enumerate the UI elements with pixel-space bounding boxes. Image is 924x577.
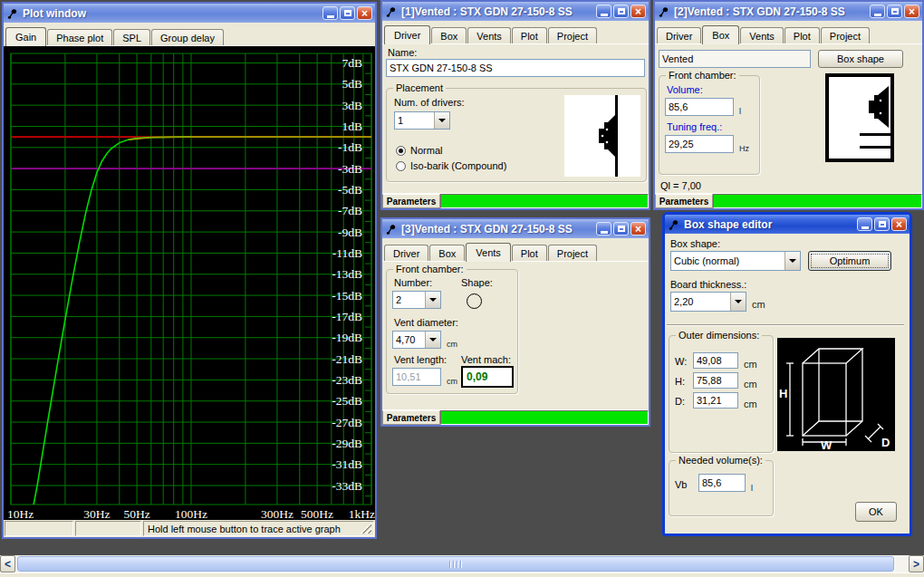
maximize-button[interactable] — [887, 5, 902, 18]
svg-text:-17dB: -17dB — [332, 310, 362, 323]
tab-vents[interactable]: Vents — [740, 27, 784, 43]
parameters-progress — [713, 194, 922, 208]
tab-plot[interactable]: Plot — [512, 27, 547, 43]
vent-mach-input[interactable] — [461, 366, 514, 388]
close-button[interactable]: × — [630, 222, 646, 236]
minimize-button[interactable] — [322, 6, 338, 20]
svg-text:-1dB: -1dB — [338, 140, 362, 154]
box-editor-title: Box shape editor — [684, 218, 857, 231]
tab-project[interactable]: Project — [548, 245, 597, 261]
width-input[interactable] — [693, 352, 738, 369]
parameters-tab[interactable]: Parameters — [382, 410, 440, 425]
box-shape-button[interactable]: Box shape — [818, 50, 903, 68]
horizontal-scrollbar[interactable]: < > — [0, 555, 924, 572]
window2-tab-bar: DriverBoxVentsPlotProject — [655, 21, 922, 44]
height-input[interactable] — [693, 372, 738, 389]
svg-text:D: D — [881, 436, 890, 449]
dropdown-arrow-icon[interactable] — [730, 293, 746, 311]
vent-shape-label: Shape: — [461, 277, 493, 288]
minimize-button[interactable] — [596, 5, 611, 18]
vent-length-input[interactable] — [392, 368, 441, 386]
vent-mach-label: Vent mach: — [461, 354, 511, 365]
window2-titlebar[interactable]: [2]Vented : STX GDN 27-150-8 SS × — [655, 2, 922, 21]
radio-normal[interactable]: Normal — [396, 145, 442, 156]
ql-value: Ql = 7,00 — [660, 180, 701, 191]
tab-project[interactable]: Project — [548, 27, 597, 43]
maximize-button[interactable] — [613, 5, 629, 18]
parameters-tab[interactable]: Parameters — [655, 194, 713, 208]
num-drivers-combo[interactable]: 1 — [394, 111, 450, 130]
gain-plot[interactable]: 7dB5dB3dB1dB-1dB-3dB-5dB-7dB-9dB-11dB-13… — [4, 46, 375, 520]
tab-project[interactable]: Project — [821, 27, 870, 43]
box-window-2: [2]Vented : STX GDN 27-150-8 SS × Driver… — [653, 0, 924, 210]
front-chamber-groupbox: Front chamber: Number: 2 Shape: Vent dia… — [386, 269, 518, 394]
window3-titlebar[interactable]: [3]Vented : STX GDN 27-150-8 SS × — [382, 219, 649, 238]
vb-input[interactable] — [698, 474, 746, 492]
tuning-freq-input[interactable] — [665, 135, 734, 153]
maximize-button[interactable] — [613, 222, 629, 236]
scroll-right-arrow[interactable]: > — [909, 555, 924, 572]
parameters-row: Parameters — [382, 193, 649, 208]
board-thickness-combo[interactable]: 2,20 — [670, 292, 746, 312]
dropdown-arrow-icon[interactable] — [425, 332, 440, 348]
minimize-button[interactable] — [857, 217, 872, 231]
tab-vents[interactable]: Vents — [467, 27, 511, 43]
vents-window-3: [3]Vented : STX GDN 27-150-8 SS × Driver… — [380, 217, 650, 427]
dropdown-arrow-icon[interactable] — [784, 252, 800, 270]
window1-titlebar[interactable]: [1]Vented : STX GDN 27-150-8 SS × — [382, 2, 649, 21]
tab-spl[interactable]: SPL — [113, 29, 150, 45]
driver-name-input[interactable] — [386, 59, 645, 77]
driver-placement-diagram — [564, 95, 640, 177]
tab-driver[interactable]: Driver — [384, 245, 428, 261]
close-button[interactable]: × — [904, 5, 919, 18]
tuning-freq-unit: Hz — [739, 144, 749, 153]
scrollbar-thumb[interactable] — [17, 556, 894, 572]
tab-phase-plot[interactable]: Phase plot — [47, 29, 112, 45]
box-shape-combo[interactable]: Cubic (normal) — [670, 251, 801, 271]
maximize-button[interactable] — [340, 6, 355, 20]
needed-volumes-legend: Needed volume(s): — [676, 455, 765, 466]
vent-number-combo[interactable]: 2 — [392, 291, 441, 309]
close-button[interactable]: × — [891, 217, 907, 231]
tab-group-delay[interactable]: Group delay — [151, 29, 224, 45]
round-vent-shape-icon[interactable] — [467, 293, 482, 309]
svg-text:-19dB: -19dB — [332, 331, 362, 344]
volume-input[interactable] — [665, 98, 734, 116]
plot-status-bar: Hold left mouse button to trace active g… — [4, 520, 375, 537]
dropdown-arrow-icon[interactable] — [425, 292, 440, 308]
tab-box[interactable]: Box — [429, 245, 465, 261]
tab-box[interactable]: Box — [431, 27, 467, 43]
parameters-tab[interactable]: Parameters — [382, 194, 440, 208]
vent-diameter-combo[interactable]: 4,70 — [392, 331, 441, 349]
scrollbar-track[interactable] — [15, 555, 896, 572]
depth-input[interactable] — [693, 392, 738, 409]
maximize-button[interactable] — [874, 217, 890, 231]
tab-plot[interactable]: Plot — [512, 245, 547, 261]
status-hint: Hold left mouse button to trace active g… — [143, 521, 374, 536]
plot-window-titlebar[interactable]: Plot window × — [4, 4, 375, 23]
ok-button[interactable]: OK — [855, 502, 897, 522]
width-label: W: — [675, 356, 687, 367]
tab-plot[interactable]: Plot — [784, 27, 820, 43]
tab-gain[interactable]: Gain — [5, 27, 46, 46]
scrollbar-gap — [896, 555, 909, 572]
close-button[interactable]: × — [357, 6, 372, 20]
depth-label: D: — [675, 396, 685, 407]
tab-driver[interactable]: Driver — [657, 27, 701, 43]
scroll-left-arrow[interactable]: < — [0, 555, 15, 572]
minimize-button[interactable] — [870, 5, 885, 18]
tab-driver[interactable]: Driver — [384, 25, 430, 44]
tab-vents[interactable]: Vents — [466, 243, 511, 262]
box-editor-titlebar[interactable]: Box shape editor × — [665, 215, 910, 234]
optimum-button[interactable]: Optimum — [808, 251, 891, 271]
resize-grip-icon[interactable] — [361, 523, 371, 534]
outer-dimensions-groupbox: Outer dimensions: W: cm H: cm D: cm — [669, 335, 774, 453]
board-thickness-unit: cm — [752, 299, 765, 310]
parameters-progress — [440, 194, 649, 208]
minimize-button[interactable] — [596, 222, 611, 236]
box-type-field[interactable] — [659, 50, 811, 68]
dropdown-arrow-icon[interactable] — [434, 112, 449, 129]
radio-isobarik[interactable]: Iso-barik (Compound) — [396, 160, 506, 171]
tab-box[interactable]: Box — [702, 25, 739, 44]
close-button[interactable]: × — [630, 5, 646, 18]
